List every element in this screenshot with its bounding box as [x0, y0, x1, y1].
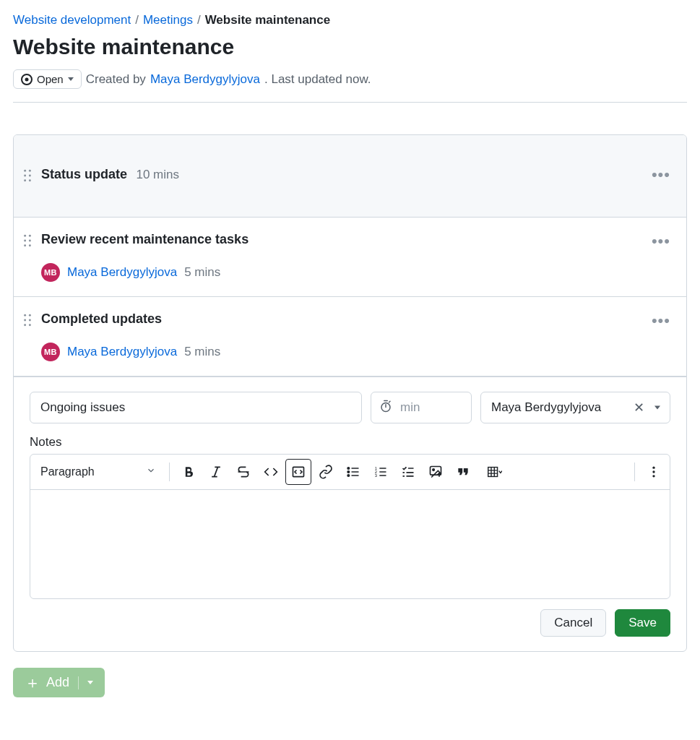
table-button[interactable]: [478, 459, 512, 485]
svg-point-32: [347, 475, 350, 477]
updated-text: . Last updated now.: [264, 72, 371, 87]
caret-down-icon: [87, 681, 93, 684]
caret-down-icon[interactable]: [654, 406, 660, 410]
issue-open-icon: [21, 74, 33, 85]
breadcrumb: Website development / Meetings / Website…: [13, 13, 687, 27]
add-button-label: Add: [46, 675, 69, 690]
agenda-item-title: Review recent maintenance tasks: [41, 232, 249, 246]
cancel-button[interactable]: Cancel: [540, 609, 606, 637]
clear-icon[interactable]: ✕: [634, 400, 644, 416]
status-label: Open: [37, 73, 64, 85]
svg-point-13: [29, 314, 31, 317]
more-menu-icon[interactable]: •••: [652, 233, 670, 249]
svg-point-7: [29, 235, 31, 237]
more-formatting-button[interactable]: [641, 459, 667, 485]
svg-point-17: [29, 324, 31, 326]
svg-line-24: [215, 467, 218, 476]
strikethrough-button[interactable]: [230, 459, 256, 485]
bullet-list-button[interactable]: [340, 459, 366, 485]
svg-point-15: [29, 319, 31, 322]
code-block-button[interactable]: [285, 459, 311, 485]
author-link[interactable]: Maya Berdygylyjova: [150, 72, 260, 87]
agenda-item-duration: 5 mins: [184, 265, 220, 280]
svg-rect-47: [488, 468, 498, 477]
breadcrumb-item[interactable]: Website development: [13, 13, 131, 27]
svg-point-30: [347, 468, 350, 470]
more-menu-icon[interactable]: •••: [652, 313, 670, 329]
link-button[interactable]: [313, 459, 339, 485]
svg-point-1: [29, 170, 31, 172]
task-list-button[interactable]: [395, 459, 421, 485]
svg-point-9: [29, 240, 31, 242]
italic-button[interactable]: [203, 459, 229, 485]
svg-point-14: [24, 319, 26, 322]
save-button[interactable]: Save: [615, 609, 670, 637]
svg-point-31: [347, 471, 350, 473]
more-menu-icon[interactable]: •••: [652, 167, 670, 183]
caret-down-icon: [68, 77, 74, 81]
rich-text-editor: Paragraph: [30, 454, 670, 599]
stopwatch-icon: [379, 400, 392, 416]
svg-point-10: [24, 244, 26, 246]
agenda-item: Completed updates MB Maya Berdygylyjova …: [14, 297, 686, 377]
meta-line: Open Created by Maya Berdygylyjova . Las…: [13, 69, 687, 103]
agenda-edit-form: ✕ Notes Paragraph: [14, 377, 686, 651]
agenda-item-title: Completed updates: [41, 311, 162, 326]
inline-code-button[interactable]: [258, 459, 284, 485]
agenda-item: Review recent maintenance tasks MB Maya …: [14, 218, 686, 297]
svg-point-54: [652, 475, 654, 477]
drag-handle-icon[interactable]: [22, 169, 33, 185]
svg-point-0: [24, 170, 26, 172]
bold-button[interactable]: [176, 459, 202, 485]
assignee-link[interactable]: Maya Berdygylyjova: [67, 265, 177, 280]
breadcrumb-item[interactable]: Meetings: [143, 13, 193, 27]
svg-point-16: [24, 324, 26, 326]
breadcrumb-current: Website maintenance: [205, 13, 331, 27]
svg-point-2: [24, 175, 26, 177]
avatar: MB: [41, 263, 60, 282]
svg-line-21: [389, 401, 391, 403]
status-dropdown[interactable]: Open: [13, 69, 82, 89]
numbered-list-button[interactable]: 123: [368, 459, 394, 485]
page-title: Website maintenance: [13, 35, 687, 59]
svg-point-12: [24, 314, 26, 317]
toolbar-separator: [169, 462, 170, 481]
image-button[interactable]: [423, 459, 449, 485]
notes-label: Notes: [30, 435, 670, 449]
quote-button[interactable]: [450, 459, 476, 485]
svg-point-8: [24, 240, 26, 242]
svg-point-45: [433, 469, 435, 471]
breadcrumb-separator: /: [135, 13, 139, 27]
item-title-input[interactable]: [30, 392, 362, 423]
svg-point-52: [652, 467, 654, 469]
agenda-panel: Status update 10 mins ••• Review recent …: [13, 134, 687, 652]
svg-point-3: [29, 175, 31, 177]
created-by-prefix: Created by: [86, 72, 146, 87]
svg-point-6: [24, 235, 26, 237]
add-item-button[interactable]: ＋ Add: [13, 668, 105, 697]
svg-point-5: [29, 179, 31, 181]
svg-point-4: [24, 179, 26, 181]
paragraph-style-picker[interactable]: Paragraph: [33, 461, 163, 483]
avatar: MB: [41, 343, 60, 361]
editor-toolbar: Paragraph: [30, 455, 670, 490]
svg-point-53: [652, 470, 654, 473]
assignee-link[interactable]: Maya Berdygylyjova: [67, 345, 177, 359]
agenda-item-duration: 5 mins: [184, 345, 220, 359]
drag-handle-icon[interactable]: [22, 314, 33, 330]
svg-text:3: 3: [375, 473, 377, 478]
svg-point-11: [29, 244, 31, 246]
agenda-item-title: Status update: [41, 167, 127, 181]
toolbar-separator: [634, 462, 635, 481]
agenda-item: Status update 10 mins •••: [14, 135, 686, 218]
agenda-item-duration: 10 mins: [136, 168, 179, 181]
notes-textarea[interactable]: [30, 490, 670, 598]
breadcrumb-separator: /: [197, 13, 201, 27]
drag-handle-icon[interactable]: [22, 234, 33, 250]
